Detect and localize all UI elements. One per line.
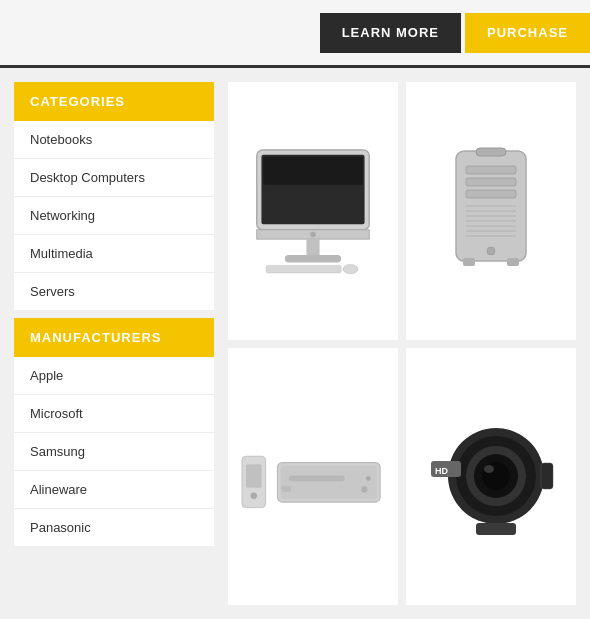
top-bar: LEARN MORE PURCHASE [0, 0, 590, 68]
svg-rect-25 [246, 464, 262, 488]
svg-rect-42 [541, 463, 553, 489]
svg-point-4 [310, 231, 316, 237]
sidebar-item-microsoft[interactable]: Microsoft [14, 395, 214, 433]
svg-point-26 [251, 493, 257, 499]
svg-rect-41 [476, 523, 516, 535]
svg-point-8 [343, 264, 358, 273]
svg-rect-5 [306, 239, 319, 256]
svg-rect-7 [266, 265, 341, 273]
svg-rect-28 [281, 466, 377, 499]
manufacturers-section: MANUFACTURERS Apple Microsoft Samsung Al… [14, 318, 214, 546]
macmini-image [228, 348, 398, 606]
sidebar-item-samsung[interactable]: Samsung [14, 433, 214, 471]
sidebar-item-desktop-computers[interactable]: Desktop Computers [14, 159, 214, 197]
sidebar-item-notebooks[interactable]: Notebooks [14, 121, 214, 159]
svg-rect-11 [466, 166, 516, 174]
sidebar: CATEGORIES Notebooks Desktop Computers N… [14, 82, 214, 605]
sidebar-item-apple[interactable]: Apple [14, 357, 214, 395]
sidebar-item-multimedia[interactable]: Multimedia [14, 235, 214, 273]
svg-rect-10 [476, 148, 506, 156]
svg-rect-12 [466, 178, 516, 186]
categories-header: CATEGORIES [14, 82, 214, 121]
svg-rect-13 [466, 190, 516, 198]
sidebar-item-networking[interactable]: Networking [14, 197, 214, 235]
svg-rect-22 [463, 258, 475, 266]
product-card-macpro[interactable] [406, 82, 576, 340]
product-card-imac[interactable] [228, 82, 398, 340]
imac-image [228, 82, 398, 340]
svg-point-21 [487, 247, 495, 255]
categories-section: CATEGORIES Notebooks Desktop Computers N… [14, 82, 214, 310]
camera-image: HD [406, 348, 576, 606]
sidebar-item-servers[interactable]: Servers [14, 273, 214, 310]
svg-point-38 [484, 465, 494, 473]
purchase-button[interactable]: PURCHASE [465, 13, 590, 53]
manufacturers-header: MANUFACTURERS [14, 318, 214, 357]
product-card-camera[interactable]: HD [406, 348, 576, 606]
sidebar-item-alineware[interactable]: Alineware [14, 471, 214, 509]
svg-rect-6 [285, 255, 341, 263]
svg-point-30 [366, 476, 371, 481]
product-grid: HD [228, 82, 576, 605]
macpro-image [406, 82, 576, 340]
main-layout: CATEGORIES Notebooks Desktop Computers N… [0, 68, 590, 619]
svg-rect-29 [289, 476, 344, 481]
svg-rect-23 [507, 258, 519, 266]
product-card-macmini[interactable] [228, 348, 398, 606]
svg-text:HD: HD [435, 466, 448, 476]
svg-point-32 [361, 487, 367, 493]
learn-more-button[interactable]: LEARN MORE [320, 13, 461, 53]
svg-rect-31 [281, 487, 290, 493]
svg-rect-2 [263, 156, 362, 184]
sidebar-item-panasonic[interactable]: Panasonic [14, 509, 214, 546]
